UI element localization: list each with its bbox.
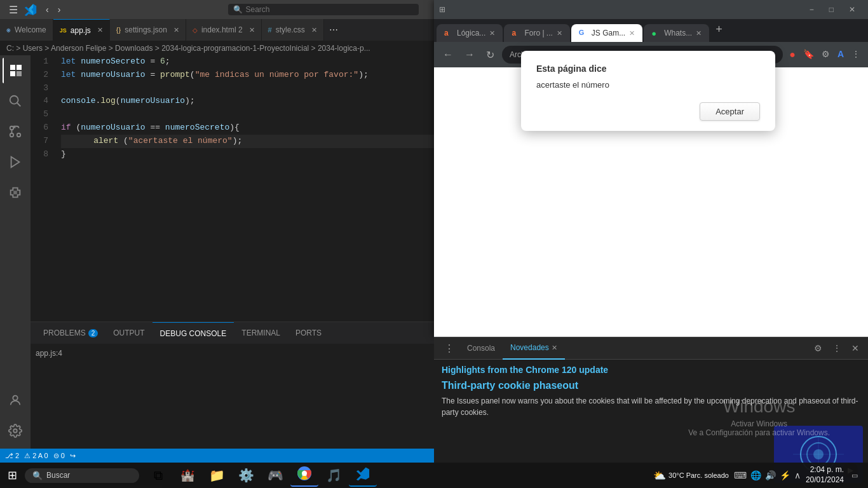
taskbar-sound-icon[interactable]: 🔊 — [765, 470, 776, 480]
devtools-vertical-dots-icon[interactable]: ⋮ — [829, 342, 845, 355]
devtools-settings-icon[interactable]: ⚙ — [810, 342, 826, 355]
browser-reload-button[interactable]: ↻ — [482, 46, 498, 64]
tab-appjs-close[interactable]: ✕ — [97, 26, 103, 34]
taskbar-search-text: Buscar — [46, 471, 70, 480]
svg-point-4 — [10, 96, 18, 104]
browser-close-button[interactable]: ✕ — [841, 0, 863, 19]
taskbar-clock[interactable]: 2:04 p. m. 20/01/2024 — [806, 465, 844, 485]
taskbar-vscode-button[interactable] — [349, 464, 377, 487]
panel-tab-debug[interactable]: DEBUG CONSOLE — [153, 322, 234, 344]
browser-maximize-button[interactable]: □ — [822, 0, 841, 19]
status-bar-left: ⎇ 2 ⚠ 2 A 0 ⊝ 0 ↪ — [5, 452, 76, 460]
tab-settings-close[interactable]: ✕ — [173, 26, 179, 34]
debug-label: DEBUG CONSOLE — [160, 329, 227, 338]
breadcrumb-text: C: > Users > Anderson Felipe > Downloads… — [6, 44, 370, 53]
browser-tab-jsgame[interactable]: G JS Gam... ✕ — [571, 24, 642, 42]
search-icon: 🔍 — [233, 5, 243, 14]
taskbar-chrome-button[interactable] — [290, 464, 318, 487]
taskbar-apps: ⧉ 🏰 📁 ⚙️ 🎮 — [144, 464, 377, 487]
taskbar-settings-button[interactable]: ⚙️ — [232, 464, 260, 487]
status-sync[interactable]: ↪ — [70, 452, 76, 460]
svg-point-6 — [10, 126, 14, 130]
tab-stylecss-close[interactable]: ✕ — [311, 26, 317, 34]
taskbar-network-icon[interactable]: 🌐 — [750, 470, 761, 480]
tab-indexhtml-close[interactable]: ✕ — [249, 26, 255, 34]
browser-tab-whatsapp-close[interactable]: ✕ — [696, 29, 702, 37]
status-warnings[interactable]: ⚠ 2 A 0 — [24, 452, 48, 460]
status-errors[interactable]: ⊝ 0 — [53, 452, 65, 460]
taskbar-filemanager-button[interactable]: 📁 — [203, 464, 231, 487]
appjs-tab-icon: JS — [60, 27, 67, 34]
activity-settings-icon[interactable] — [3, 418, 28, 444]
browser-minimize-button[interactable]: − — [802, 0, 822, 19]
new-tab-button[interactable]: + — [710, 23, 728, 36]
panel-tab-ports[interactable]: PORTS — [288, 322, 329, 344]
tab-appjs[interactable]: JS app.js ✕ — [53, 19, 110, 41]
devtools-close-icon[interactable]: ✕ — [848, 342, 863, 355]
back-button[interactable]: ‹ — [42, 3, 53, 16]
activity-extensions-icon[interactable] — [3, 180, 28, 205]
chrome-extension1-icon[interactable]: 🔖 — [801, 46, 817, 63]
browser-back-button[interactable]: ← — [439, 46, 457, 63]
chrome-extension2-icon[interactable]: ⚙ — [819, 46, 832, 63]
search-input[interactable] — [245, 5, 414, 14]
panel-tab-terminal[interactable]: TERMINAL — [234, 322, 288, 344]
tab-welcome[interactable]: ⎈ Welcome — [0, 19, 53, 41]
devtools-novedades-close[interactable]: ✕ — [552, 344, 557, 352]
hamburger-icon[interactable]: ☰ — [5, 1, 22, 18]
tab-settings[interactable]: {} settings.json ✕ — [110, 19, 186, 41]
taskbar-task-view-button[interactable]: ⧉ — [144, 464, 172, 487]
browser-tab-whatsapp-favicon: ● — [651, 29, 660, 37]
status-branch[interactable]: ⎇ 2 — [5, 452, 19, 460]
activity-account-icon[interactable] — [3, 388, 28, 413]
svg-point-22 — [302, 471, 307, 476]
alert-ok-button[interactable]: Aceptar — [700, 102, 760, 121]
devtools-tab-novedades[interactable]: Novedades ✕ — [503, 337, 565, 360]
activity-search-icon[interactable] — [3, 88, 28, 114]
taskbar-pin1-button[interactable]: 🏰 — [173, 464, 201, 487]
devtools-menu-icon[interactable]: ⋮ — [439, 342, 459, 355]
panel-tab-problems[interactable]: PROBLEMS 2 — [36, 322, 105, 344]
start-button[interactable]: ⊞ — [3, 466, 22, 485]
taskbar-search-bar[interactable]: 🔍 Buscar — [25, 468, 139, 483]
taskbar-xbox-button[interactable]: 🎮 — [261, 464, 289, 487]
tab-stylecss[interactable]: # style.css ✕ — [262, 19, 324, 41]
browser-tab-logica-close[interactable]: ✕ — [489, 29, 495, 37]
chrome-menu-icon[interactable]: ⋮ — [849, 46, 863, 63]
taskbar-vscode-icon — [356, 466, 370, 484]
devtools-update-title: Highlights from the Chrome 120 update — [442, 365, 860, 375]
taskbar-language-icon[interactable]: ⌨ — [734, 470, 747, 480]
browser-tab-logica[interactable]: a Lógica... ✕ — [437, 24, 503, 42]
taskbar-overflow-icon[interactable]: ∧ — [794, 470, 801, 480]
tabs-overflow-button[interactable]: ⋯ — [324, 25, 343, 35]
chrome-profile-icon[interactable]: ● — [787, 46, 798, 63]
devtools-tab-consola[interactable]: Consola — [459, 337, 503, 360]
tab-indexhtml[interactable]: ◇ index.html 2 ✕ — [186, 19, 262, 41]
activity-git-icon[interactable] — [3, 119, 28, 144]
activity-bar-bottom — [3, 388, 28, 449]
forward-button[interactable]: › — [54, 3, 65, 16]
browser-forward-button[interactable]: → — [461, 46, 478, 63]
taskbar-date-text: 20/01/2024 — [806, 475, 844, 485]
browser-tab-foro[interactable]: a Foro | ... ✕ — [504, 24, 569, 42]
taskbar-music-button[interactable]: 🎵 — [320, 464, 348, 487]
settings-tab-icon: {} — [116, 26, 121, 34]
file-ref: app.js:4 — [36, 349, 62, 358]
browser-tab-foro-close[interactable]: ✕ — [557, 29, 562, 37]
taskbar-weather[interactable]: ⛅ 30°C Parc. soleado — [653, 470, 729, 482]
weather-text: 30°C Parc. soleado — [668, 471, 729, 479]
global-search-bar[interactable]: 🔍 — [228, 4, 419, 15]
vscode-logo-icon — [24, 3, 37, 16]
svg-rect-3 — [17, 71, 22, 76]
browser-tab-foro-label: Foro | ... — [524, 29, 552, 37]
filemanager-icon: 📁 — [209, 468, 225, 483]
chrome-letter-icon[interactable]: A — [835, 46, 846, 63]
activity-debug-icon[interactable] — [3, 149, 28, 175]
taskbar-battery-icon[interactable]: ⚡ — [780, 470, 790, 480]
browser-tab-jsgame-close[interactable]: ✕ — [629, 29, 635, 37]
activity-explorer-icon[interactable] — [3, 58, 28, 83]
browser-menu-icon[interactable]: ⊞ — [439, 5, 445, 14]
browser-tab-whatsapp[interactable]: ● Whats... ✕ — [644, 24, 709, 42]
panel-tab-output[interactable]: OUTPUT — [105, 322, 152, 344]
taskbar-show-desktop-button[interactable]: ▭ — [849, 471, 860, 480]
